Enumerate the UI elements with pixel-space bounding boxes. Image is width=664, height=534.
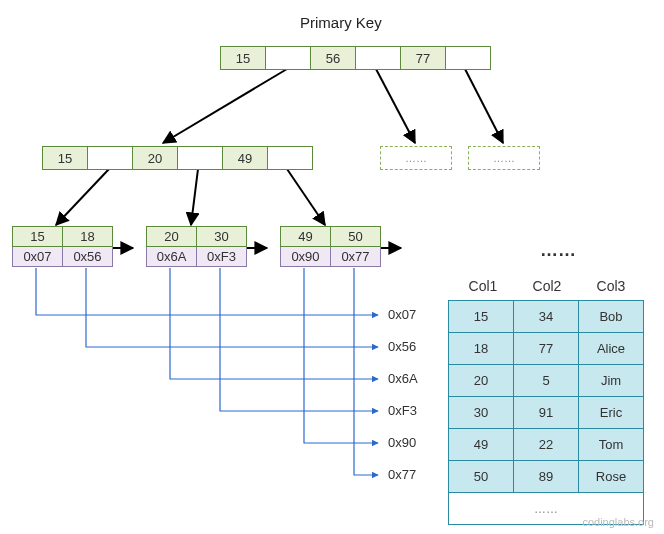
leaf-ptr: 0x07: [13, 247, 63, 266]
table-cell: 15: [449, 301, 514, 333]
data-table: 15 34 Bob 18 77 Alice 20 5 Jim 30 91 Eri…: [448, 300, 644, 525]
address-label: 0x6A: [388, 371, 418, 386]
address-label: 0x56: [388, 339, 416, 354]
leaf-ptr: 0x77: [331, 247, 380, 266]
table-cell: 49: [449, 429, 514, 461]
leaf-key: 18: [63, 227, 112, 246]
table-cell: Jim: [579, 365, 644, 397]
root-key: 56: [311, 47, 356, 69]
leaf-ellipsis: ……: [540, 240, 576, 261]
table-row: 18 77 Alice: [449, 333, 644, 365]
watermark: codinglabs.org: [582, 516, 654, 528]
leaf-key: 50: [331, 227, 380, 246]
table-cell: 91: [514, 397, 579, 429]
leaf-key: 20: [147, 227, 197, 246]
svg-line-5: [287, 169, 325, 225]
root-gap: [446, 47, 490, 69]
table-row: 30 91 Eric: [449, 397, 644, 429]
internal-key: 15: [43, 147, 88, 169]
address-label: 0x77: [388, 467, 416, 482]
svg-line-4: [191, 169, 198, 225]
leaf-ptr: 0xF3: [197, 247, 246, 266]
table-row: 15 34 Bob: [449, 301, 644, 333]
table-cell: 20: [449, 365, 514, 397]
btree-ghost-node: ……: [468, 146, 540, 170]
table-col-header: Col2: [516, 278, 578, 294]
table-cell: Rose: [579, 461, 644, 493]
internal-gap: [88, 147, 133, 169]
leaf-key: 15: [13, 227, 63, 246]
table-cell: 77: [514, 333, 579, 365]
leaf-key: 30: [197, 227, 246, 246]
internal-key: 20: [133, 147, 178, 169]
svg-line-1: [376, 69, 415, 143]
internal-key: 49: [223, 147, 268, 169]
table-col-header: Col1: [452, 278, 514, 294]
root-key: 77: [401, 47, 446, 69]
btree-ghost-node: ……: [380, 146, 452, 170]
btree-leaf-node: 49 50 0x90 0x77: [280, 226, 381, 267]
address-label: 0x90: [388, 435, 416, 450]
table-cell: 5: [514, 365, 579, 397]
table-col-header: Col3: [580, 278, 642, 294]
leaf-key: 49: [281, 227, 331, 246]
address-label: 0xF3: [388, 403, 417, 418]
diagram-canvas: Primary Key 15 56 77 15 20 49 …… …… 15 1…: [0, 0, 664, 534]
btree-internal-node: 15 20 49: [42, 146, 313, 170]
btree-leaf-node: 15 18 0x07 0x56: [12, 226, 113, 267]
root-key: 15: [221, 47, 266, 69]
leaf-ptr: 0x56: [63, 247, 112, 266]
svg-line-0: [163, 69, 287, 143]
table-cell: 34: [514, 301, 579, 333]
table-cell: Eric: [579, 397, 644, 429]
root-gap: [356, 47, 401, 69]
table-cell: Alice: [579, 333, 644, 365]
btree-root-node: 15 56 77: [220, 46, 491, 70]
table-cell: 30: [449, 397, 514, 429]
table-row: 49 22 Tom: [449, 429, 644, 461]
svg-line-2: [465, 69, 503, 143]
table-cell: 50: [449, 461, 514, 493]
table-cell: 89: [514, 461, 579, 493]
address-label: 0x07: [388, 307, 416, 322]
root-gap: [266, 47, 311, 69]
table-row: 20 5 Jim: [449, 365, 644, 397]
table-cell: 18: [449, 333, 514, 365]
table-cell: Tom: [579, 429, 644, 461]
leaf-ptr: 0x90: [281, 247, 331, 266]
table-cell: Bob: [579, 301, 644, 333]
diagram-title: Primary Key: [300, 14, 382, 31]
leaf-ptr: 0x6A: [147, 247, 197, 266]
table-row: 50 89 Rose: [449, 461, 644, 493]
btree-leaf-node: 20 30 0x6A 0xF3: [146, 226, 247, 267]
internal-gap: [268, 147, 312, 169]
table-cell: 22: [514, 429, 579, 461]
svg-line-3: [56, 169, 109, 225]
internal-gap: [178, 147, 223, 169]
